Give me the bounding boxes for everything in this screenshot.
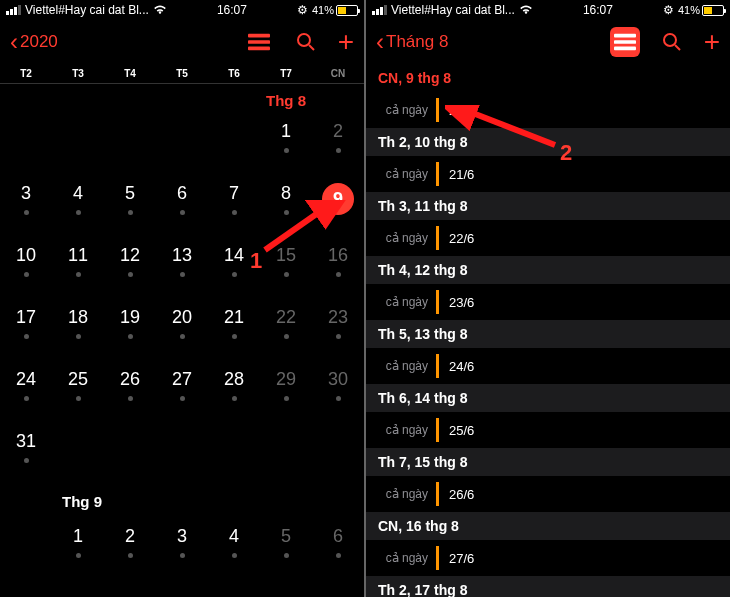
calendar-day[interactable]: [156, 113, 208, 175]
calendar-day[interactable]: 15: [260, 237, 312, 299]
calendar-day[interactable]: 10: [0, 237, 52, 299]
calendar-day[interactable]: 20: [156, 299, 208, 361]
svg-rect-2: [248, 47, 270, 51]
event-list[interactable]: CN, 9 thg 8cả ngày20/6Th 2, 10 thg 8cả n…: [366, 64, 730, 597]
calendar-day[interactable]: 9: [312, 175, 364, 237]
calendar-day[interactable]: 29: [260, 361, 312, 423]
calendar-day[interactable]: 1: [260, 113, 312, 175]
calendar-day[interactable]: 16: [312, 237, 364, 299]
calendar-day[interactable]: 27: [156, 361, 208, 423]
back-button[interactable]: ‹ Tháng 8: [376, 28, 448, 56]
calendar-day[interactable]: [208, 423, 260, 485]
calendar-day[interactable]: [156, 423, 208, 485]
calendar-day[interactable]: 3: [0, 175, 52, 237]
calendar-day[interactable]: 5: [104, 175, 156, 237]
event-row[interactable]: cả ngày20/6: [366, 92, 730, 128]
calendar-day[interactable]: 24: [0, 361, 52, 423]
back-button[interactable]: ‹ 2020: [10, 28, 58, 56]
calendar-day[interactable]: 17: [0, 299, 52, 361]
nav-bar: ‹ 2020 +: [0, 20, 364, 64]
calendar-day[interactable]: 4: [208, 518, 260, 580]
calendar-day[interactable]: [52, 113, 104, 175]
add-button[interactable]: +: [704, 26, 720, 58]
svg-line-9: [675, 45, 680, 50]
svg-rect-0: [248, 34, 270, 38]
calendar-day[interactable]: 23: [312, 299, 364, 361]
calendar-day[interactable]: 11: [52, 237, 104, 299]
status-bar: Viettel#Hay cai dat Bl... 16:07 ⚙ 41%: [0, 0, 364, 20]
weekday-label: T5: [156, 68, 208, 79]
calendar-day[interactable]: [104, 423, 156, 485]
event-title: 27/6: [449, 551, 474, 566]
calendar-day[interactable]: 28: [208, 361, 260, 423]
calendar-day[interactable]: 21: [208, 299, 260, 361]
event-color-bar: [436, 546, 439, 570]
event-color-bar: [436, 482, 439, 506]
event-time: cả ngày: [378, 167, 436, 181]
weekday-label: T2: [0, 68, 52, 79]
calendar-day[interactable]: 1: [52, 518, 104, 580]
event-row[interactable]: cả ngày24/6: [366, 348, 730, 384]
calendar-day[interactable]: [0, 113, 52, 175]
calendar-day[interactable]: 30: [312, 361, 364, 423]
list-view-button[interactable]: [244, 27, 274, 57]
svg-rect-5: [614, 34, 636, 38]
svg-rect-7: [614, 47, 636, 51]
calendar-day[interactable]: 22: [260, 299, 312, 361]
calendar-day[interactable]: [104, 113, 156, 175]
add-button[interactable]: +: [338, 26, 354, 58]
day-header: Th 5, 13 thg 8: [366, 320, 730, 348]
month-label-sep: Thg 9: [0, 485, 364, 518]
calendar-day[interactable]: 31: [0, 423, 52, 485]
event-title: 21/6: [449, 167, 474, 182]
svg-line-4: [309, 45, 314, 50]
calendar-day[interactable]: [312, 423, 364, 485]
event-color-bar: [436, 98, 439, 122]
calendar-day[interactable]: 3: [156, 518, 208, 580]
calendar-day[interactable]: [208, 113, 260, 175]
calendar-day[interactable]: 7: [208, 175, 260, 237]
event-row[interactable]: cả ngày25/6: [366, 412, 730, 448]
list-view-button[interactable]: [610, 27, 640, 57]
weekday-label: T3: [52, 68, 104, 79]
signal-icon: [372, 5, 387, 15]
event-color-bar: [436, 162, 439, 186]
annotation-label-2: 2: [560, 140, 572, 166]
event-title: 26/6: [449, 487, 474, 502]
battery-icon: [702, 5, 724, 16]
calendar-day[interactable]: 4: [52, 175, 104, 237]
back-label: 2020: [20, 32, 58, 52]
weekday-label: T6: [208, 68, 260, 79]
carrier-text: Viettel#Hay cai dat Bl...: [25, 3, 149, 17]
search-button[interactable]: [662, 32, 682, 52]
calendar-day[interactable]: 25: [52, 361, 104, 423]
calendar-day[interactable]: 19: [104, 299, 156, 361]
event-color-bar: [436, 290, 439, 314]
event-row[interactable]: cả ngày27/6: [366, 540, 730, 576]
svg-rect-1: [248, 40, 270, 44]
event-title: 24/6: [449, 359, 474, 374]
search-button[interactable]: [296, 32, 316, 52]
event-row[interactable]: cả ngày23/6: [366, 284, 730, 320]
calendar-day[interactable]: 2: [312, 113, 364, 175]
calendar-day[interactable]: 5: [260, 518, 312, 580]
calendar-day[interactable]: [260, 423, 312, 485]
calendar-day[interactable]: 12: [104, 237, 156, 299]
battery-text: 41%: [678, 4, 700, 16]
calendar-day[interactable]: [0, 518, 52, 580]
event-row[interactable]: cả ngày22/6: [366, 220, 730, 256]
calendar-day[interactable]: 2: [104, 518, 156, 580]
calendar-day[interactable]: 26: [104, 361, 156, 423]
calendar-day[interactable]: 13: [156, 237, 208, 299]
calendar-day[interactable]: [52, 423, 104, 485]
carrier-text: Viettel#Hay cai dat Bl...: [391, 3, 515, 17]
calendar-grid[interactable]: Thg 8 1234567891011121314151617181920212…: [0, 84, 364, 597]
phone-left: Viettel#Hay cai dat Bl... 16:07 ⚙ 41% ‹ …: [0, 0, 364, 597]
calendar-day[interactable]: 6: [312, 518, 364, 580]
calendar-day[interactable]: 18: [52, 299, 104, 361]
event-color-bar: [436, 354, 439, 378]
calendar-day[interactable]: 6: [156, 175, 208, 237]
event-row[interactable]: cả ngày26/6: [366, 476, 730, 512]
event-row[interactable]: cả ngày21/6: [366, 156, 730, 192]
calendar-day[interactable]: 8: [260, 175, 312, 237]
